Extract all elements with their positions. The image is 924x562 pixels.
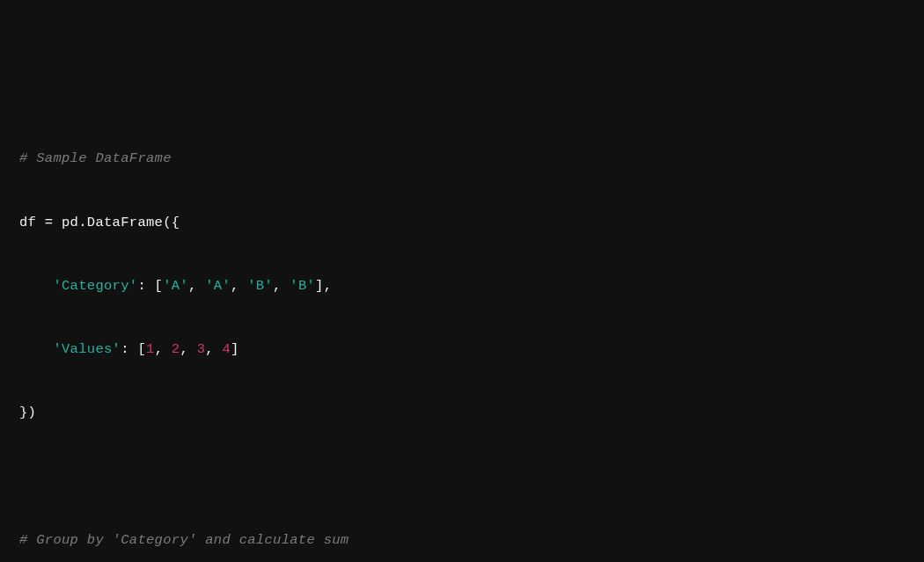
- code-line: df = pd.DataFrame({: [19, 207, 905, 238]
- code-string: 'B': [290, 278, 315, 294]
- code-line: }): [19, 397, 905, 428]
- code-text: : [: [137, 278, 163, 294]
- code-blank-line: [19, 461, 905, 493]
- code-number: 4: [222, 341, 231, 357]
- code-text: }): [19, 405, 36, 420]
- code-text: df = pd.DataFrame({: [19, 215, 180, 230]
- code-text: ,: [180, 341, 196, 357]
- code-text: ,: [231, 278, 247, 294]
- code-comment: # Sample DataFrame: [19, 150, 172, 166]
- code-text: [19, 278, 53, 294]
- code-text: ,: [205, 341, 222, 357]
- code-string: 'A': [205, 278, 231, 294]
- code-text: ,: [273, 278, 290, 294]
- code-line: 'Category': ['A', 'A', 'B', 'B'],: [19, 270, 905, 302]
- code-text: ,: [155, 341, 172, 357]
- code-line: # Group by 'Category' and calculate sum: [19, 524, 905, 556]
- code-number: 2: [172, 341, 180, 357]
- code-line: # Sample DataFrame: [19, 142, 905, 174]
- code-number: 3: [197, 341, 206, 357]
- code-line: 'Values': [1, 2, 3, 4]: [19, 333, 905, 365]
- code-string: 'Values': [53, 341, 121, 357]
- code-string: 'B': [247, 278, 273, 294]
- code-text: ,: [188, 278, 205, 294]
- code-string: 'A': [163, 278, 188, 294]
- code-number: 1: [146, 341, 155, 357]
- code-text: : [: [121, 341, 146, 357]
- code-comment: # Group by 'Category' and calculate sum: [19, 532, 348, 548]
- code-text: ]: [231, 341, 239, 357]
- code-text: ],: [315, 278, 332, 294]
- code-text: [19, 341, 53, 357]
- code-string: 'Category': [53, 278, 137, 294]
